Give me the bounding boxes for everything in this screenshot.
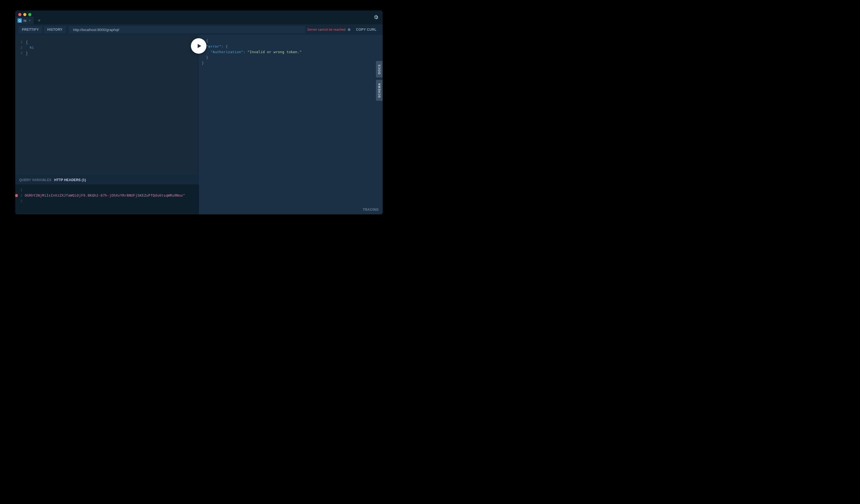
- schema-toggle[interactable]: SCHEMA: [376, 80, 383, 101]
- line-number: 3: [18, 198, 25, 204]
- code-token: "Authorization": [211, 50, 243, 54]
- headers-code: OGRhY2NjMiIsInVzZXJfaWQiOjF9.8KQh2-67h-j…: [25, 187, 196, 211]
- gear-icon: [373, 14, 379, 20]
- query-editor[interactable]: 1 2 3 { hi }: [15, 35, 199, 176]
- code-token: }: [202, 61, 204, 65]
- tab-query-variables[interactable]: QUERY VARIABLES: [19, 178, 52, 182]
- app-window: Q hi × + PRETTIFY HISTORY Server cannot …: [15, 11, 383, 214]
- code-token: {: [26, 40, 28, 44]
- code-token: : {: [221, 44, 228, 48]
- new-tab-button[interactable]: +: [33, 17, 45, 24]
- status-dot-icon: [348, 28, 350, 31]
- code-token: :: [243, 50, 247, 54]
- response-viewer[interactable]: ▾ { "error": { "Authorization": "Invalid…: [199, 35, 383, 69]
- code-token: {: [206, 39, 209, 43]
- code-token: OGRhY2NjMiIsInVzZXJfaWQiOjF9.8KQh2-67h-j…: [25, 193, 185, 197]
- error-marker-icon: ⬤: [15, 193, 18, 198]
- bottom-tabs: QUERY VARIABLES HTTP HEADERS (1): [15, 176, 199, 184]
- minimize-window-icon[interactable]: [23, 13, 26, 16]
- copy-curl-button[interactable]: COPY CURL: [353, 28, 379, 32]
- code-token: }: [206, 55, 209, 60]
- headers-editor[interactable]: 1 ⬤ 2 3 OGRhY2NjMiIsInVzZXJfaWQiOjF9.8KQ…: [15, 184, 199, 214]
- tracing-toggle[interactable]: TRACING: [363, 208, 379, 211]
- code-token: "error": [206, 44, 221, 48]
- right-pane: ▾ { "error": { "Authorization": "Invalid…: [199, 35, 383, 214]
- toolbar: PRETTIFY HISTORY Server cannot be reache…: [15, 24, 383, 35]
- code-token: }: [26, 51, 28, 55]
- close-tab-icon[interactable]: ×: [29, 18, 31, 23]
- endpoint-input[interactable]: [73, 28, 301, 32]
- left-pane: 1 2 3 { hi } QUERY VARIABLES HTTP HEADER…: [15, 35, 199, 214]
- settings-button[interactable]: [373, 14, 379, 21]
- code-token: hi: [26, 45, 34, 49]
- line-number: 1: [18, 39, 25, 45]
- server-status-text: Server cannot be reached: [307, 28, 345, 32]
- traffic-lights: [15, 13, 31, 16]
- query-code: { hi }: [25, 39, 196, 171]
- server-status: Server cannot be reached: [307, 28, 353, 32]
- tab-active[interactable]: Q hi ×: [15, 17, 33, 24]
- execute-button[interactable]: [191, 38, 206, 54]
- query-gutter: 1 2 3: [18, 39, 25, 171]
- line-number: 2: [18, 45, 25, 50]
- tab-http-headers[interactable]: HTTP HEADERS (1): [54, 178, 86, 182]
- play-icon: [196, 43, 202, 49]
- tab-label: hi: [24, 18, 26, 23]
- prettify-button[interactable]: PRETTIFY: [18, 26, 42, 33]
- endpoint-field-wrapper: [69, 26, 305, 33]
- close-window-icon[interactable]: [18, 13, 22, 16]
- line-number: 2: [20, 193, 23, 197]
- main-split: 1 2 3 { hi } QUERY VARIABLES HTTP HEADER…: [15, 35, 383, 214]
- history-button[interactable]: HISTORY: [44, 26, 66, 33]
- docs-toggle[interactable]: DOCS: [376, 61, 383, 77]
- code-token: "Invalid or wrong token.": [247, 50, 302, 54]
- line-number: 3: [18, 50, 25, 56]
- query-icon: Q: [17, 18, 22, 23]
- line-number: 1: [18, 187, 25, 193]
- headers-gutter: 1 ⬤ 2 3: [18, 187, 25, 211]
- maximize-window-icon[interactable]: [28, 13, 31, 16]
- tab-strip: Q hi × +: [15, 11, 45, 24]
- title-bar: Q hi × +: [15, 11, 383, 24]
